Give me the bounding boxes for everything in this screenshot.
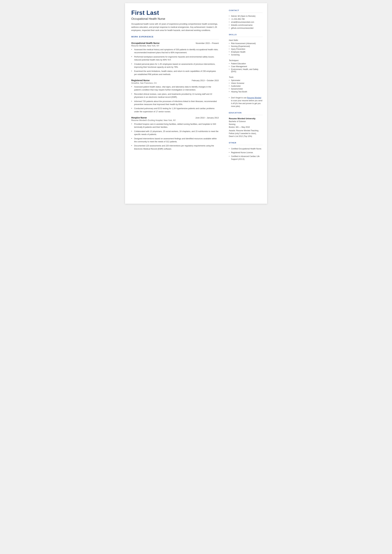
job-title-1: Occupational Health Nurse <box>131 42 160 44</box>
resume-page: First Last Occupational Health Nurse Occ… <box>125 3 267 204</box>
job-header-3: Hospice Nurse June 2010 – January 2013 <box>131 116 219 119</box>
job-dates-2: February 2013 – October 2015 <box>192 79 219 82</box>
job-bullet-2-2: Recorded clinical reviews, care plans, a… <box>131 93 219 99</box>
edu-school: Resume Worded University <box>229 117 263 120</box>
techniques-block: Techniques: Patient Education Case Manag… <box>229 59 263 73</box>
tool-3: Dynamometer <box>229 88 263 90</box>
contact-section-title: CONTACT <box>229 9 263 11</box>
job-bullet-1-4: Examined the work limitations, health st… <box>131 70 219 76</box>
summary-text: Occupational health nurse with 10 years … <box>131 22 219 32</box>
technique-1: Case Management <box>229 65 263 68</box>
other-item-0: Certified Occupational Health Nurse. <box>229 147 263 150</box>
job-block-2: Registered Nurse February 2013 – October… <box>131 79 219 113</box>
job-bullet-2-3: Informed 720 patients about the processe… <box>131 100 219 106</box>
other-section: OTHER Certified Occupational Health Nurs… <box>229 142 263 161</box>
job-bullet-2-1: Assessed patient health status, vital si… <box>131 85 219 91</box>
job-bullet-3-1: Provided hospice care in assisted living… <box>131 123 219 129</box>
skills-section-title: SKILLS <box>229 34 263 35</box>
education-section-title: EDUCATION <box>229 112 263 114</box>
skills-section: SKILLS Hard Skills: Risk Assessment (Adv… <box>229 34 263 108</box>
work-experience-section-title: WORK EXPERIENCE <box>131 36 219 38</box>
contact-list: Detroit, MI (Open to Remote) +1-234-456-… <box>229 15 263 29</box>
education-block: Resume Worded University Bachelor of Sci… <box>229 117 263 138</box>
hard-skills-list: Risk Assessment (Advanced) Nursing (Expe… <box>229 42 263 56</box>
hard-skill-1: Nursing (Experienced) <box>229 45 263 47</box>
skills-note: Don't forget to use Resume Worded to sca… <box>229 96 263 108</box>
hard-skills-block: Hard Skills: Risk Assessment (Advanced) … <box>229 39 263 56</box>
tools-list: Spirometer Vision Screener Audiometer Dy… <box>229 79 263 93</box>
right-column: CONTACT Detroit, MI (Open to Remote) +1-… <box>224 3 267 204</box>
techniques-list: Patient Education Case Management Enviro… <box>229 63 263 73</box>
skills-divider <box>229 37 263 37</box>
resume-worded-link[interactable]: Resume Worded <box>247 97 261 99</box>
other-item-1: Registered Nurse License. <box>229 151 263 154</box>
contact-item-0: Detroit, MI (Open to Remote) <box>229 15 263 17</box>
edu-degree-text: Bachelor of Science <box>229 120 246 123</box>
hard-skills-label: Hard Skills: <box>229 39 263 41</box>
job-bullet-1-3: Created personal plans for 1.2K employee… <box>131 63 219 69</box>
tool-4: Hearing Test Booth <box>229 91 263 93</box>
job-dates-3: June 2010 – January 2013 <box>195 117 219 119</box>
hard-skill-2: Injury Prevention <box>229 48 263 50</box>
edu-field: Nursing <box>229 123 235 125</box>
job-bullets-1: Assessed the medical history and symptom… <box>131 48 219 76</box>
contact-item-2: email@resumeworded.com <box>229 21 263 23</box>
job-bullet-1-1: Assessed the medical history and symptom… <box>131 48 219 54</box>
job-bullet-3-3: Designed interventions based on assessme… <box>131 137 219 143</box>
job-bullets-3: Provided hospice care in assisted living… <box>131 123 219 150</box>
other-list: Certified Occupational Health Nurse. Reg… <box>229 147 263 161</box>
candidate-name: First Last <box>131 9 219 16</box>
job-title-2: Registered Nurse <box>131 79 150 82</box>
job-header-1: Occupational Health Nurse November 2015 … <box>131 42 219 44</box>
edu-degree: Bachelor of Science Nursing Boston, MA —… <box>229 120 263 129</box>
job-company-2: Growthsi, San Francisco, CA <box>131 82 219 84</box>
job-bullet-2-4: Conducted pulmonary and ECG testing for … <box>131 107 219 113</box>
job-company-1: Resume Worded, New York, NY <box>131 45 219 47</box>
hard-skill-4: Screening <box>229 54 263 56</box>
job-bullet-1-2: Performed workplace assessments for ergo… <box>131 56 219 62</box>
tool-2: Audiometer <box>229 85 263 87</box>
technique-0: Patient Education <box>229 63 263 65</box>
edu-location-date: Boston, MA — May 2010 <box>229 126 250 128</box>
tool-0: Spirometer <box>229 79 263 82</box>
tool-1: Vision Screener <box>229 82 263 84</box>
job-bullet-3-4: Documented 120 assessments and 220 inter… <box>131 144 219 150</box>
tools-block: Tools: Spirometer Vision Screener Audiom… <box>229 76 263 93</box>
work-experience-divider <box>131 39 219 39</box>
technique-2: Environment, Health, and Safety (EHS) <box>229 68 263 73</box>
hard-skill-0: Risk Assessment (Advanced) <box>229 42 263 44</box>
job-bullets-2: Assessed patient health status, vital si… <box>131 85 219 113</box>
contact-section: CONTACT Detroit, MI (Open to Remote) +1-… <box>229 9 263 29</box>
job-company-3: Resume Worded's Exciting Hospital, New Y… <box>131 119 219 121</box>
job-title: Occupational Health Nurse <box>131 17 219 21</box>
contact-item-1: +1-234-456-789 <box>229 18 263 20</box>
job-bullet-3-2: Collaborated with 12 physicians, 25 soci… <box>131 130 219 136</box>
techniques-label: Techniques: <box>229 59 263 62</box>
tools-label: Tools: <box>229 76 263 78</box>
job-block-3: Hospice Nurse June 2010 – January 2013 R… <box>131 116 219 150</box>
job-block-1: Occupational Health Nurse November 2015 … <box>131 42 219 76</box>
edu-awards: Awards: Resume Worded Teaching Fellow (o… <box>229 129 263 138</box>
other-section-title: OTHER <box>229 142 263 144</box>
education-section: EDUCATION Resume Worded University Bache… <box>229 112 263 138</box>
contact-item-3: linkedin.com/in/username <box>229 24 263 26</box>
hard-skill-3: Employee Health <box>229 51 263 53</box>
education-divider <box>229 115 263 115</box>
job-dates-1: November 2015 – Present <box>196 42 219 44</box>
left-column: First Last Occupational Health Nurse Occ… <box>125 3 224 204</box>
contact-item-4: github.com/resumeworded <box>229 27 263 29</box>
job-header-2: Registered Nurse February 2013 – October… <box>131 79 219 82</box>
contact-divider <box>229 13 263 13</box>
job-title-3: Hospice Nurse <box>131 116 147 119</box>
other-item-2: Certified in Advanced Cardiac Life Suppo… <box>229 155 263 161</box>
